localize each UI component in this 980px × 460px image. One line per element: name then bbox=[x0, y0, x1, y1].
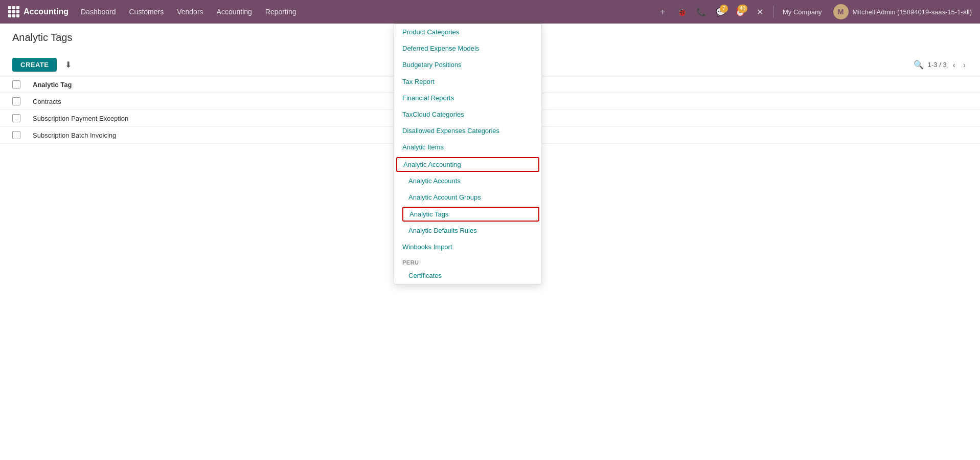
nav-dashboard[interactable]: Dashboard bbox=[75, 5, 122, 19]
pagination-text: 1-3 / 3 bbox=[928, 61, 947, 69]
main-menu: Dashboard Customers Vendors Accounting R… bbox=[75, 5, 652, 19]
pagination-prev[interactable]: ‹ bbox=[951, 60, 958, 70]
dropdown-item-tax-report[interactable]: Tax Report bbox=[394, 74, 541, 90]
bug-icon[interactable]: 🐞 bbox=[674, 4, 690, 20]
app-name: Accounting bbox=[24, 7, 69, 16]
pagination-next[interactable]: › bbox=[961, 60, 968, 70]
row3-checkbox[interactable] bbox=[12, 131, 20, 139]
dropdown-item-analytic-tags[interactable]: Analytic Tags bbox=[402, 207, 539, 222]
company-selector[interactable]: My Company bbox=[779, 8, 826, 16]
activity-icon[interactable]: ⏰ 40 bbox=[732, 4, 748, 20]
nav-reporting[interactable]: Reporting bbox=[259, 5, 303, 19]
dropdown-item-certificates[interactable]: Certificates bbox=[394, 268, 541, 284]
topbar-icons: ＋ 🐞 📞 💬 7 ⏰ 40 ✕ My Company M Mitchell A… bbox=[654, 2, 976, 21]
grid-icon bbox=[8, 6, 19, 17]
nav-divider bbox=[773, 6, 773, 18]
dropdown-item-analytic-accounts[interactable]: Analytic Accounts bbox=[394, 173, 541, 189]
phone-icon[interactable]: 📞 bbox=[693, 4, 710, 20]
add-button[interactable]: ＋ bbox=[654, 4, 671, 20]
dropdown-item-analytic-items[interactable]: Analytic Items bbox=[394, 139, 541, 156]
dropdown-item-analytic-defaults-rules[interactable]: Analytic Defaults Rules bbox=[394, 223, 541, 239]
select-all-checkbox[interactable] bbox=[12, 80, 20, 89]
chat-badge: 7 bbox=[720, 5, 728, 13]
dropdown-item-taxcloud-categories[interactable]: TaxCloud Categories bbox=[394, 106, 541, 123]
create-button[interactable]: CREATE bbox=[12, 58, 57, 72]
nav-vendors[interactable]: Vendors bbox=[171, 5, 209, 19]
dropdown-section-peru: Peru bbox=[394, 255, 541, 268]
settings-icon[interactable]: ✕ bbox=[751, 4, 768, 20]
dropdown-item-deferred-expense-models[interactable]: Deferred Expense Models bbox=[394, 40, 541, 57]
pagination: 🔍 1-3 / 3 ‹ › bbox=[914, 60, 968, 70]
col-company: Company bbox=[500, 81, 968, 89]
dropdown-item-analytic-account-groups[interactable]: Analytic Account Groups bbox=[394, 189, 541, 206]
row2-checkbox[interactable] bbox=[12, 114, 20, 122]
dropdown-item-winbooks-import[interactable]: Winbooks Import bbox=[394, 239, 541, 255]
activity-badge: 40 bbox=[738, 5, 747, 13]
user-name: Mitchell Admin (15894019-saas-15-1-all) bbox=[853, 8, 972, 16]
user-menu[interactable]: M Mitchell Admin (15894019-saas-15-1-all… bbox=[829, 2, 976, 21]
accounting-dropdown: Product CategoriesDeferred Expense Model… bbox=[394, 24, 542, 284]
row1-checkbox[interactable] bbox=[12, 97, 20, 105]
dropdown-item-product-categories[interactable]: Product Categories bbox=[394, 24, 541, 40]
top-navigation: Accounting Dashboard Customers Vendors A… bbox=[0, 0, 980, 24]
dropdown-item-disallowed-expenses-categories[interactable]: Disallowed Expenses Categories bbox=[394, 123, 541, 139]
nav-accounting[interactable]: Accounting bbox=[211, 5, 258, 19]
dropdown-item-budgetary-positions[interactable]: Budgetary Positions bbox=[394, 57, 541, 73]
app-logo[interactable]: Accounting bbox=[4, 6, 73, 17]
dropdown-section-analytic-accounting[interactable]: Analytic Accounting bbox=[396, 157, 539, 172]
user-avatar: M bbox=[833, 4, 849, 19]
dropdown-item-financial-reports[interactable]: Financial Reports bbox=[394, 90, 541, 106]
chat-icon[interactable]: 💬 7 bbox=[713, 4, 729, 20]
nav-customers[interactable]: Customers bbox=[123, 5, 170, 19]
search-icon[interactable]: 🔍 bbox=[914, 60, 924, 70]
download-button[interactable]: ⬇ bbox=[61, 58, 76, 72]
